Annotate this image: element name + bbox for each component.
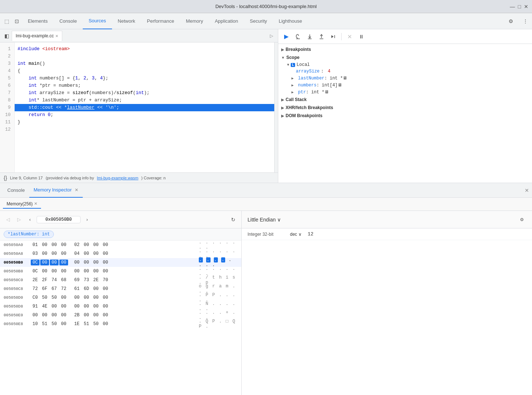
scope-lastnumber[interactable]: ▶ lastNumber: int *🖥	[278, 75, 532, 82]
hex-row-c0[interactable]: 005050C0 2E 2F 74 68 69 73 2E 70	[0, 276, 241, 284]
line-num-7: 7	[4, 89, 11, 97]
scope-arraysize[interactable]: arraySize : 4	[278, 68, 532, 75]
hex-back-button[interactable]: ◁	[4, 215, 12, 224]
scope-local-header[interactable]: ▼ L Local	[278, 62, 532, 68]
hex-row-b0[interactable]: 005050B0 0C 00 00 00 00 00 00 00	[0, 258, 241, 267]
code-line-3[interactable]: int main()	[15, 60, 274, 67]
code-line-8[interactable]: int* lastNumber = ptr + arraySize;	[15, 97, 274, 104]
vi-format-selector[interactable]: dec ∨	[290, 232, 302, 237]
dom-section-header[interactable]: ▶ DOM Breakpoints	[278, 112, 532, 120]
hex-prev-button[interactable]: ‹	[26, 215, 34, 224]
memory-sub-tab-bar: Memory(256) ✕	[0, 198, 532, 211]
hex-next-button[interactable]: ›	[83, 215, 92, 224]
editor-tab-file[interactable]: lmi-bug-example.cc ✕	[12, 31, 62, 41]
editor-scrollbar[interactable]	[274, 42, 278, 172]
scope-section: ▼ L Local arraySize : 4 ▶ lastNumber: in…	[278, 62, 532, 96]
devtools-cursor-icon[interactable]: ⬚	[1, 16, 12, 26]
hex-bytes-b0: 0C 00 00 00 00 00 00 00	[31, 260, 196, 265]
endian-selector[interactable]: Little Endian ∨	[248, 217, 281, 223]
debug-step-out-button[interactable]	[316, 31, 327, 42]
hex-row-d0[interactable]: 005050D0 C0 50 50 00 00 00 00 00	[0, 293, 241, 302]
tab-performance[interactable]: Performance	[141, 13, 180, 29]
debug-deactivate-button[interactable]	[345, 31, 355, 42]
tab-memory-inspector[interactable]: Memory Inspector ✕	[29, 183, 83, 198]
tab-network[interactable]: Network	[112, 13, 141, 29]
code-line-1[interactable]: #include <iostream>	[15, 45, 274, 53]
hex-address-input[interactable]	[37, 216, 81, 223]
maximize-button[interactable]: □	[518, 4, 521, 10]
devtools-more-icon[interactable]: ⋮	[520, 16, 531, 26]
minimize-button[interactable]: —	[510, 4, 515, 10]
tab-console[interactable]: Console	[53, 13, 83, 29]
scope-ptr[interactable]: ▶ ptr: int *🖥	[278, 89, 532, 96]
memory-inspector-label: Memory Inspector	[34, 187, 72, 193]
top-split: ◧ lmi-bug-example.cc ✕ ▷ 1 2 3 4 5 6 7 8	[0, 29, 532, 183]
code-line-9[interactable]: std::cout << *lastNumber << '\n';	[15, 104, 274, 111]
vi-settings-button[interactable]: ⚙	[517, 215, 526, 224]
scope-numbers-key: numbers: int[4]🖥	[298, 82, 342, 88]
code-line-10[interactable]: return 0;	[15, 111, 274, 119]
code-line-2[interactable]	[15, 53, 274, 60]
code-line-11[interactable]: }	[15, 119, 274, 126]
hex-bytes-a8: 03 00 00 00 04 00 00 00	[31, 251, 196, 257]
tab-security[interactable]: Security	[244, 13, 273, 29]
scope-ptr-key: ptr: int *🖥	[298, 89, 329, 95]
value-inspector: Little Endian ∨ ⚙ Integer 32-bit dec ∨ 1…	[242, 211, 532, 395]
hex-row-b8[interactable]: 005050B8 0C 00 00 00 00 00 00 00	[0, 267, 241, 276]
code-line-5[interactable]: int numbers[] = {1, 2, 3, 4};	[15, 75, 274, 82]
hex-addr-a8: 005050A8	[1, 251, 31, 256]
code-line-6[interactable]: int *ptr = numbers;	[15, 82, 274, 89]
code-line-4[interactable]: {	[15, 67, 274, 75]
scope-ptr-arrow: ▶	[291, 90, 294, 94]
hex-row-c8[interactable]: 005050C8 72 6F 67 72 61 6D 00 00	[0, 284, 241, 293]
debug-resume-button[interactable]: ▶	[281, 31, 291, 42]
line-num-3: 3	[4, 60, 11, 67]
tab-console-bottom[interactable]: Console	[3, 183, 29, 198]
line-num-10: 10	[4, 111, 11, 119]
editor-tab-close[interactable]: ✕	[55, 34, 58, 38]
bottom-panel-close[interactable]: ✕	[525, 187, 529, 193]
hex-row-a8[interactable]: 005050A8 03 00 00 00 04 00 00 00	[0, 249, 241, 258]
editor-run-button[interactable]: ▷	[266, 31, 276, 41]
line-num-8: 8	[4, 97, 11, 104]
tab-sources[interactable]: Sources	[83, 13, 112, 29]
scope-numbers[interactable]: ▶ numbers: int[4]🖥	[278, 82, 532, 89]
tab-elements[interactable]: Elements	[22, 13, 53, 29]
breakpoints-label: Breakpoints	[286, 47, 311, 52]
scope-lastnumber-arrow: ▶	[291, 76, 294, 81]
devtools-responsive-icon[interactable]: ⊡	[12, 16, 22, 26]
memory-sub-tab-256[interactable]: Memory(256) ✕	[3, 200, 41, 209]
dom-triangle: ▶	[281, 114, 284, 118]
hex-row-a0[interactable]: 005050A0 01 00 00 00 02 00 00 00	[0, 241, 241, 249]
memory-inspector: Memory(256) ✕ ◁ ▷ ‹ › ↻ *last	[0, 198, 532, 395]
debug-step-button[interactable]	[328, 31, 338, 42]
callstack-section-header[interactable]: ▶ Call Stack	[278, 96, 532, 104]
memory-inspector-close[interactable]: ✕	[75, 187, 78, 193]
hex-forward-button[interactable]: ▷	[15, 215, 23, 224]
devtools-settings-icon[interactable]: ⚙	[506, 16, 516, 26]
hex-row-e8[interactable]: 005050E8 10 51 50 00 1E 51 50 00	[0, 320, 241, 328]
tab-memory[interactable]: Memory	[180, 13, 209, 29]
debug-step-over-button[interactable]	[293, 31, 303, 42]
scope-arraysize-val: 4	[328, 69, 330, 74]
tab-application[interactable]: Application	[209, 13, 244, 29]
hex-refresh-button[interactable]: ↻	[229, 215, 238, 224]
status-wasm-link[interactable]: lmi-bug-example.wasm	[97, 176, 138, 180]
code-line-12[interactable]	[15, 126, 274, 133]
window-controls[interactable]: — □ ✕	[510, 4, 528, 10]
hex-row-e0[interactable]: 005050E0 00 00 00 00 2B 00 00 00	[0, 311, 241, 320]
editor-tab-bar: ◧ lmi-bug-example.cc ✕ ▷	[0, 29, 278, 42]
debug-step-into-button[interactable]	[305, 31, 315, 42]
code-line-7[interactable]: int arraySize = sizeof(numbers)/sizeof(i…	[15, 89, 274, 97]
editor-sidebar-toggle[interactable]: ◧	[1, 31, 12, 41]
tab-lighthouse[interactable]: Lighthouse	[273, 13, 308, 29]
memory-subtab-close[interactable]: ✕	[34, 201, 37, 206]
breakpoints-section-header[interactable]: ▶ Breakpoints	[278, 45, 532, 53]
hex-chars-e8: . Q P . □ Q P .	[196, 319, 240, 329]
title-bar: DevTools - localhost:4000/lmi-bug-exampl…	[0, 0, 532, 13]
hex-row-d8[interactable]: 005050D8 91 4E 00 00 00 00 00 00	[0, 302, 241, 311]
close-button[interactable]: ✕	[524, 4, 528, 10]
xhrfetch-section-header[interactable]: ▶ XHR/fetch Breakpoints	[278, 104, 532, 112]
debug-pause-button[interactable]: ⏸	[356, 31, 367, 42]
scope-section-header[interactable]: ▼ Scope	[278, 53, 532, 62]
